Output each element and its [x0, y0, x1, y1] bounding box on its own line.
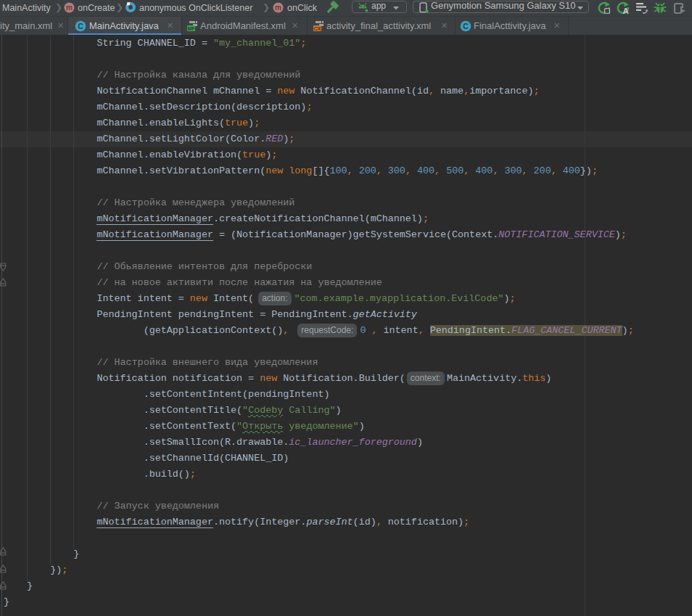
svg-text:m: m	[275, 4, 281, 12]
svg-text:CX: CX	[314, 26, 321, 31]
svg-text:MF: MF	[187, 26, 195, 31]
svg-text:A: A	[622, 7, 628, 15]
svg-text:C: C	[78, 22, 83, 30]
svg-text:m: m	[66, 4, 73, 12]
svg-text:C: C	[463, 22, 469, 30]
